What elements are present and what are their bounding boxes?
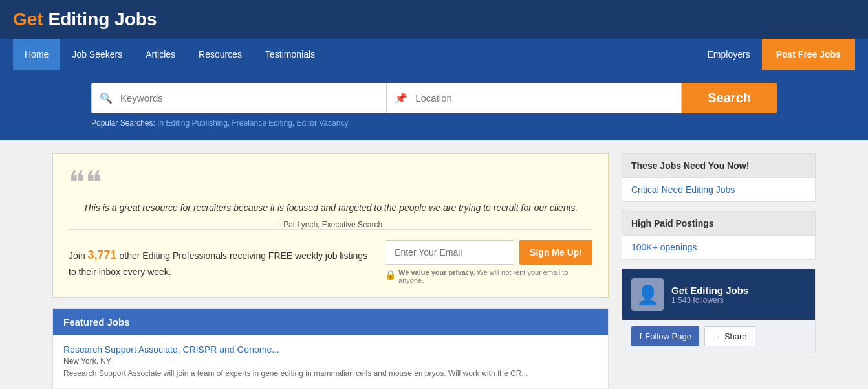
- join-text: Join: [69, 250, 85, 261]
- main-nav: Home Job Seekers Articles Resources Test…: [0, 39, 868, 70]
- privacy-text: We value your privacy. We will not rent …: [398, 269, 592, 284]
- urgent-jobs-header: These Jobs Need You Now!: [622, 154, 815, 178]
- fb-info: Get Editing Jobs 1,543 followers: [671, 285, 806, 305]
- fb-icon: f: [639, 331, 642, 341]
- nav-resources[interactable]: Resources: [187, 39, 254, 70]
- location-pin-icon: 📌: [395, 92, 407, 104]
- fb-widget-header: 👤 Get Editing Jobs 1,543 followers: [622, 269, 815, 320]
- facebook-widget: 👤 Get Editing Jobs 1,543 followers f Fol…: [622, 269, 816, 353]
- keywords-input[interactable]: [115, 83, 378, 113]
- location-input[interactable]: [410, 83, 673, 113]
- job-location: New York, NY: [63, 357, 598, 366]
- fb-followers: 1,543 followers: [671, 296, 806, 305]
- search-section: 🔍 📌 Search Popular Searches: In Editing …: [0, 70, 868, 140]
- location-field-wrapper: 📌: [387, 83, 682, 113]
- popular-link-2[interactable]: Freelance Editing: [232, 118, 292, 128]
- signup-text: Join 3,771 other Editing Professionals r…: [69, 246, 372, 279]
- high-paid-header: High Paid Postings: [622, 212, 815, 236]
- high-paid-link[interactable]: 100K+ openings: [622, 236, 815, 259]
- fb-buttons: f Follow Page → Share: [622, 320, 815, 353]
- fb-follow-label: Follow Page: [645, 331, 691, 341]
- nav-job-seekers[interactable]: Job Seekers: [60, 39, 134, 70]
- fb-follow-button[interactable]: f Follow Page: [631, 326, 699, 346]
- fb-page-name: Get Editing Jobs: [671, 285, 806, 296]
- logo-get: Get: [13, 9, 43, 29]
- testimonial-author: - Pat Lynch, Executive Search: [69, 220, 592, 229]
- search-bar: 🔍 📌 Search: [91, 83, 777, 113]
- testimonial-box: ❝❝ This is a great resource for recruite…: [52, 153, 609, 298]
- signup-button[interactable]: Sign Me Up!: [519, 240, 592, 265]
- signup-count: 3,771: [88, 249, 117, 261]
- featured-jobs: Featured Jobs Research Support Associate…: [52, 308, 609, 389]
- nav-home[interactable]: Home: [13, 39, 60, 70]
- job-description: Research Support Associate will join a t…: [63, 368, 598, 379]
- high-paid-box: High Paid Postings 100K+ openings: [622, 211, 816, 260]
- logo-rest: Editing Jobs: [43, 9, 157, 29]
- sidebar: These Jobs Need You Now! Critical Need E…: [622, 153, 816, 389]
- privacy-note: 🔒 We value your privacy. We will not ren…: [385, 269, 592, 284]
- main-left: ❝❝ This is a great resource for recruite…: [52, 153, 609, 389]
- urgent-jobs-box: These Jobs Need You Now! Critical Need E…: [622, 153, 816, 202]
- signup-input-row: Sign Me Up!: [385, 240, 592, 265]
- fb-share-button[interactable]: → Share: [704, 326, 755, 346]
- avatar: 👤: [631, 278, 664, 311]
- lock-icon: 🔒: [385, 269, 396, 280]
- popular-link-3[interactable]: Editor Vacancy: [297, 118, 349, 128]
- email-input[interactable]: [385, 240, 514, 265]
- signup-form: Sign Me Up! 🔒 We value your privacy. We …: [385, 240, 592, 284]
- search-icon: 🔍: [100, 92, 113, 104]
- person-icon: 👤: [636, 284, 659, 306]
- nav-testimonials[interactable]: Testimonials: [254, 39, 327, 70]
- site-header: Get Editing Jobs: [0, 0, 868, 39]
- nav-articles[interactable]: Articles: [134, 39, 187, 70]
- keywords-field-wrapper: 🔍: [91, 83, 387, 113]
- search-button[interactable]: Search: [682, 83, 777, 113]
- testimonial-text: This is a great resource for recruiters …: [69, 201, 592, 215]
- critical-need-link[interactable]: Critical Need Editing Jobs: [622, 178, 815, 201]
- share-icon: →: [713, 331, 721, 341]
- popular-label: Popular Searches:: [91, 118, 155, 128]
- popular-searches: Popular Searches: In Editing Publishing,…: [91, 118, 777, 128]
- fb-share-label: Share: [724, 331, 747, 341]
- popular-link-1[interactable]: In Editing Publishing: [157, 118, 228, 128]
- main-content: ❝❝ This is a great resource for recruite…: [39, 153, 829, 389]
- privacy-bold: We value your privacy.: [398, 269, 475, 276]
- job-title-link[interactable]: Research Support Associate, CRISPR and G…: [63, 344, 279, 355]
- quote-mark-icon: ❝❝: [69, 167, 592, 198]
- table-row: Research Support Associate, CRISPR and G…: [53, 335, 608, 389]
- email-signup: Join 3,771 other Editing Professionals r…: [69, 229, 592, 284]
- site-logo: Get Editing Jobs: [13, 9, 157, 30]
- nav-post-jobs[interactable]: Post Free Jobs: [762, 39, 855, 70]
- featured-jobs-header: Featured Jobs: [53, 309, 608, 335]
- nav-employers[interactable]: Employers: [695, 39, 761, 70]
